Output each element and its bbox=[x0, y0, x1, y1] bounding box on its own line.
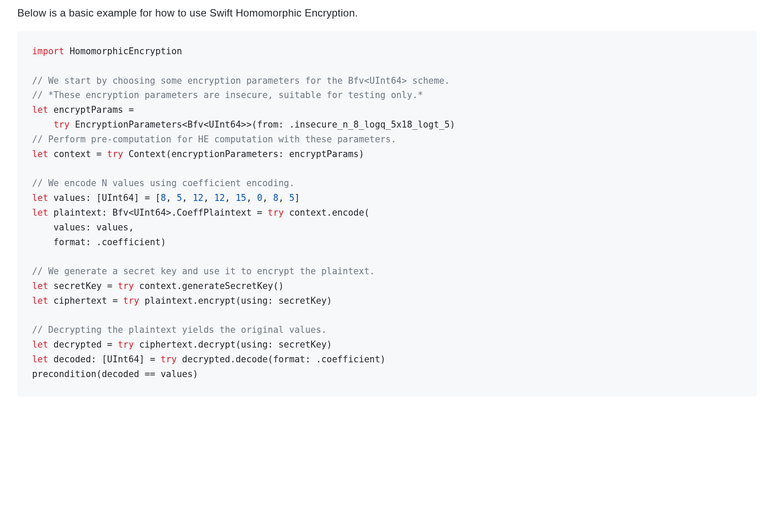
code-token-txt: secretKey = bbox=[48, 281, 118, 291]
code-token-txt: , bbox=[203, 193, 214, 203]
code-token-txt: EncryptionParameters<Bfv<UInt64>>(from: … bbox=[69, 119, 455, 130]
code-line: let encryptParams = bbox=[32, 105, 134, 115]
code-line: // We start by choosing some encryption … bbox=[32, 76, 450, 86]
code-token-kw: let bbox=[32, 296, 48, 306]
code-token-kw: try bbox=[118, 281, 134, 291]
code-line: format: .coefficient) bbox=[32, 237, 166, 247]
code-line: import HomomorphicEncryption bbox=[32, 46, 182, 56]
code-token-txt: plaintext: Bfv<UInt64>.CoeffPlaintext = bbox=[48, 207, 268, 218]
code-token-num: 8 bbox=[273, 193, 278, 203]
code-token-kw: let bbox=[32, 281, 48, 291]
code-token-kw: try bbox=[107, 149, 123, 159]
code-token-cmt: // *These encryption parameters are inse… bbox=[32, 90, 423, 100]
code-token-cmt: // We generate a secret key and use it t… bbox=[32, 266, 375, 276]
code-token-txt: values: values, bbox=[32, 222, 134, 233]
code-token-kw: let bbox=[32, 354, 48, 365]
code-token-txt: encryptParams = bbox=[48, 105, 134, 115]
code-token-txt: HomomorphicEncryption bbox=[64, 46, 182, 56]
code-token-txt: , bbox=[166, 193, 177, 203]
code-token-kw: let bbox=[32, 207, 48, 218]
intro-paragraph: Below is a basic example for how to use … bbox=[17, 5, 757, 21]
code-line: // We encode N values using coefficient … bbox=[32, 178, 295, 188]
code-token-num: 12 bbox=[214, 193, 225, 203]
code-line: // Perform pre-computation for HE comput… bbox=[32, 134, 396, 144]
code-token-kw: let bbox=[32, 149, 48, 159]
code-token-cmt: // We start by choosing some encryption … bbox=[32, 76, 450, 86]
code-token-txt: , bbox=[262, 193, 273, 203]
code-line: let context = try Context(encryptionPara… bbox=[32, 149, 364, 159]
code-line: let decoded: [UInt64] = try decrypted.de… bbox=[32, 354, 386, 365]
code-line: // *These encryption parameters are inse… bbox=[32, 90, 423, 100]
code-token-txt: , bbox=[246, 193, 257, 203]
code-line: values: values, bbox=[32, 222, 134, 233]
code-token-kw: try bbox=[118, 339, 134, 350]
code-line: let secretKey = try context.generateSecr… bbox=[32, 281, 284, 291]
code-token-cmt: // Perform pre-computation for HE comput… bbox=[32, 134, 396, 144]
code-line: try EncryptionParameters<Bfv<UInt64>>(fr… bbox=[32, 119, 455, 130]
code-token-txt bbox=[32, 119, 53, 130]
code-token-kw: try bbox=[123, 296, 139, 306]
code-token-txt: context.encode( bbox=[284, 207, 369, 218]
code-token-txt: , bbox=[279, 193, 289, 203]
code-token-cmt: // We encode N values using coefficient … bbox=[32, 178, 295, 188]
code-token-txt: decrypted.decode(format: .coefficient) bbox=[177, 354, 385, 365]
code-token-txt: decrypted = bbox=[48, 339, 118, 350]
code-token-txt: context = bbox=[48, 149, 107, 159]
code-token-kw: import bbox=[32, 46, 64, 56]
code-token-txt: ] bbox=[295, 193, 300, 203]
code-token-txt: decoded: [UInt64] = bbox=[48, 354, 161, 365]
code-line: let decrypted = try ciphertext.decrypt(u… bbox=[32, 339, 332, 350]
code-line: // We generate a secret key and use it t… bbox=[32, 266, 375, 276]
code-token-txt: values: [UInt64] = [ bbox=[48, 193, 161, 203]
code-token-txt: context.generateSecretKey() bbox=[134, 281, 284, 291]
code-token-kw: try bbox=[268, 207, 284, 218]
code-line: let ciphertext = try plaintext.encrypt(u… bbox=[32, 296, 332, 306]
code-token-txt: , bbox=[182, 193, 193, 203]
document-container: Below is a basic example for how to use … bbox=[0, 5, 774, 414]
code-block: import HomomorphicEncryption // We start… bbox=[17, 31, 757, 397]
code-line: let values: [UInt64] = [8, 5, 12, 12, 15… bbox=[32, 193, 300, 203]
code-token-txt: precondition(decoded == values) bbox=[32, 369, 198, 379]
code-token-kw: let bbox=[32, 339, 48, 350]
code-line: precondition(decoded == values) bbox=[32, 369, 198, 379]
code-token-txt: format: .coefficient) bbox=[32, 237, 166, 247]
code-token-num: 12 bbox=[193, 193, 203, 203]
code-token-txt: , bbox=[225, 193, 236, 203]
code-token-txt: Context(encryptionParameters: encryptPar… bbox=[123, 149, 364, 159]
code-token-txt: ciphertext = bbox=[48, 296, 123, 306]
code-token-num: 5 bbox=[289, 193, 294, 203]
code-token-txt: ciphertext.decrypt(using: secretKey) bbox=[134, 339, 332, 350]
code-line: let plaintext: Bfv<UInt64>.CoeffPlaintex… bbox=[32, 207, 370, 218]
code-token-kw: let bbox=[32, 193, 48, 203]
code-token-num: 15 bbox=[236, 193, 246, 203]
code-token-kw: let bbox=[32, 105, 48, 115]
code-token-cmt: // Decrypting the plaintext yields the o… bbox=[32, 325, 327, 335]
code-line: // Decrypting the plaintext yields the o… bbox=[32, 325, 327, 335]
code-token-num: 8 bbox=[161, 193, 166, 203]
code-token-kw: try bbox=[53, 119, 69, 130]
code-token-txt: plaintext.encrypt(using: secretKey) bbox=[139, 296, 332, 306]
code-token-kw: try bbox=[161, 354, 177, 365]
code-token-num: 5 bbox=[177, 193, 182, 203]
code-token-num: 0 bbox=[257, 193, 262, 203]
